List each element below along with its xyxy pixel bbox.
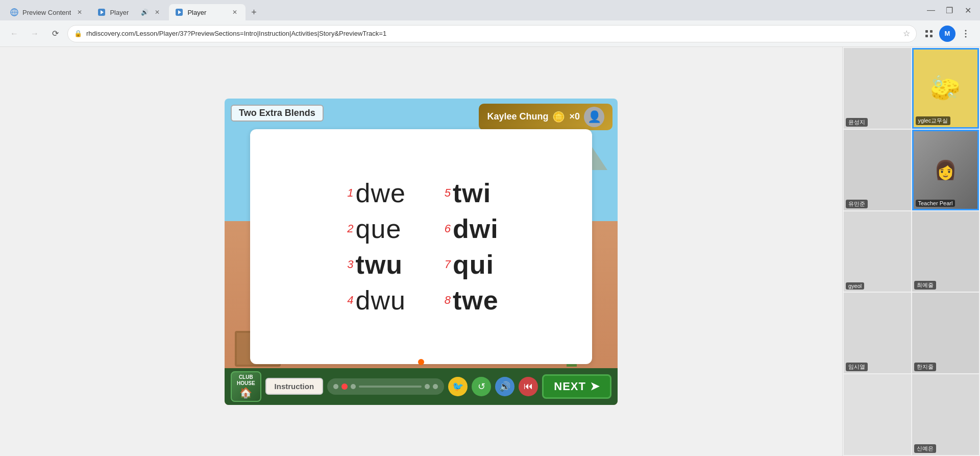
- tab-bar: Preview Content ✕ Player 🔊 ✕: [0, 0, 980, 20]
- next-button[interactable]: NEXT ➤: [542, 374, 611, 399]
- video-label-p5: gyeol: [846, 282, 864, 290]
- video-cell-p8: 한지줄: [912, 293, 979, 373]
- word-num-5: 5: [436, 186, 451, 200]
- dot-5: [433, 384, 438, 389]
- tab-close-player2[interactable]: ✕: [230, 8, 239, 17]
- teacher-avatar: 👩: [934, 159, 957, 181]
- close-button[interactable]: ✕: [960, 2, 976, 18]
- svg-point-12: [965, 30, 967, 31]
- browser-frame: Preview Content ✕ Player 🔊 ✕: [0, 0, 980, 456]
- word-text-twe: twe: [453, 285, 499, 316]
- video-cell-p7: 임시열: [844, 293, 911, 373]
- lesson-title: Two Extra Blends: [231, 105, 324, 122]
- sound-button[interactable]: 🔊: [495, 377, 514, 396]
- student-name: Kaylee Chung: [487, 111, 548, 122]
- address-bar[interactable]: 🔒 ☆: [67, 25, 917, 42]
- player-avatar: 👤: [584, 107, 604, 127]
- bookmark-icon[interactable]: ☆: [903, 29, 910, 38]
- lock-icon: 🔒: [74, 30, 82, 37]
- profile-avatar[interactable]: M: [939, 26, 955, 42]
- nav-extra: M: [921, 26, 974, 42]
- word-row-2: 2 que: [339, 213, 406, 244]
- word-num-2: 2: [339, 222, 354, 235]
- tab-close-review[interactable]: ✕: [75, 8, 84, 17]
- video-cell-p9: [844, 374, 911, 455]
- lesson-container: Two Extra Blends Kaylee Chung 🪙 ×0 👤 1 d…: [225, 99, 618, 405]
- video-label-p7: 임시열: [846, 363, 868, 371]
- minimize-button[interactable]: —: [923, 2, 939, 18]
- video-label-p6: 최예줄: [914, 281, 936, 290]
- content-area: Two Extra Blends Kaylee Chung 🪙 ×0 👤 1 d…: [0, 47, 980, 456]
- dot-3: [351, 384, 356, 389]
- clubhouse-label-2: HOUSE: [237, 380, 255, 387]
- tab-audio-icon: 🔊: [141, 9, 149, 16]
- reload-button[interactable]: ⟳: [47, 26, 63, 42]
- address-input[interactable]: [86, 30, 899, 37]
- new-tab-button[interactable]: +: [247, 5, 261, 19]
- word-num-6: 6: [436, 222, 451, 235]
- tab-player2[interactable]: Player ✕: [169, 4, 246, 20]
- dot-1: [333, 384, 338, 389]
- coin-count: ×0: [569, 111, 580, 122]
- skip-back-button[interactable]: ⏮: [519, 377, 538, 396]
- video-cell-p6: 최예줄: [912, 211, 979, 292]
- word-row-5: 5 twi: [436, 178, 503, 208]
- tab-title-review: Preview Content: [22, 9, 71, 16]
- word-num-1: 1: [339, 186, 354, 200]
- tab-close-player1[interactable]: ✕: [153, 8, 162, 17]
- menu-button[interactable]: [958, 26, 974, 42]
- svg-point-14: [965, 36, 967, 37]
- restore-button[interactable]: ❐: [941, 2, 958, 18]
- video-label-p10: 신예은: [914, 444, 936, 453]
- word-row-3: 3 twu: [339, 249, 406, 280]
- video-cell-p4: 👩 Teacher Pearl: [912, 130, 979, 210]
- tab-favicon-player1: [97, 8, 106, 16]
- video-cell-p2: 🧽 yglec교무실: [912, 48, 979, 129]
- bottom-bar: CLUB HOUSE 🏠 Instruction: [225, 368, 618, 405]
- video-label-p2: yglec교무실: [916, 116, 951, 125]
- word-num-4: 4: [339, 294, 354, 307]
- word-row-6: 6 dwi: [436, 213, 503, 244]
- word-num-8: 8: [436, 294, 451, 307]
- bird-button[interactable]: 🐦: [448, 377, 468, 396]
- video-label-p3: 유민준: [846, 200, 868, 208]
- tab-player1[interactable]: Player 🔊 ✕: [91, 4, 168, 20]
- word-text-twi: twi: [453, 178, 491, 208]
- word-text-dwe: dwe: [356, 178, 406, 208]
- video-label-p8: 한지줄: [914, 363, 936, 371]
- words-grid: 1 dwe 5 twi 2 que 6: [319, 167, 524, 326]
- word-text-que: que: [356, 213, 402, 244]
- clubhouse-label-1: CLUB: [239, 374, 253, 380]
- word-text-qui: qui: [453, 249, 494, 280]
- instruction-button[interactable]: Instruction: [265, 378, 324, 395]
- word-num-3: 3: [339, 258, 354, 271]
- tab-title-player1: Player: [110, 9, 137, 16]
- orange-indicator: [418, 359, 424, 365]
- tab-favicon-review: [10, 8, 18, 16]
- forward-button[interactable]: →: [27, 26, 43, 42]
- svg-rect-10: [925, 35, 928, 37]
- video-cell-p3: 유민준: [844, 130, 911, 210]
- dot-2: [341, 383, 348, 390]
- word-text-dwu: dwu: [356, 285, 406, 316]
- house-icon: 🏠: [239, 387, 252, 399]
- clubhouse-button[interactable]: CLUB HOUSE 🏠: [231, 371, 261, 402]
- word-row-8: 8 twe: [436, 285, 503, 316]
- word-row-7: 7 qui: [436, 249, 503, 280]
- svg-rect-11: [930, 35, 933, 37]
- reload-lesson-button[interactable]: ↺: [472, 377, 491, 396]
- word-text-dwi: dwi: [453, 213, 499, 244]
- tab-favicon-player2: [175, 8, 183, 16]
- svg-rect-9: [930, 30, 933, 33]
- video-label-p4: Teacher Pearl: [916, 200, 955, 207]
- extensions-button[interactable]: [921, 26, 937, 42]
- player-badge: Kaylee Chung 🪙 ×0 👤: [479, 104, 612, 130]
- next-label: NEXT: [554, 380, 586, 393]
- back-button[interactable]: ←: [6, 26, 22, 42]
- video-label-p1: 윤성지: [846, 118, 868, 127]
- video-cell-p10: 신예은: [912, 374, 979, 455]
- word-text-twu: twu: [356, 249, 403, 280]
- next-arrow-icon: ➤: [590, 380, 600, 393]
- tab-review-content[interactable]: Preview Content ✕: [4, 4, 90, 20]
- progress-dots: [327, 378, 444, 395]
